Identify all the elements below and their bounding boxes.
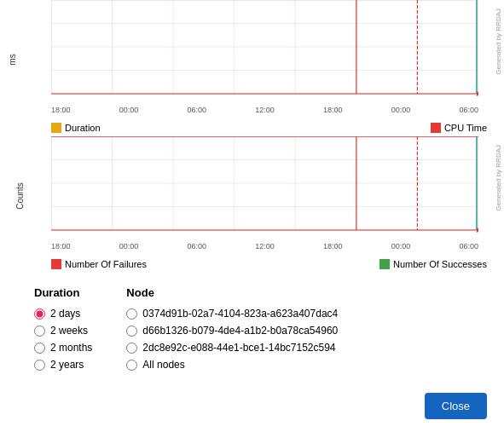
chart1-legend-duration: Duration (51, 123, 101, 133)
chart2-x-tick-4: 18:00 (323, 242, 343, 251)
duration-2weeks[interactable]: 2 weeks (34, 325, 92, 337)
chart2-inner: 2.0 1.0 0.0 18:00 00:00 06:00 12:00 18:0… (51, 136, 478, 239)
failures-legend-label: Number Of Failures (65, 259, 147, 269)
chart2-x-tick-5: 00:00 (391, 242, 411, 251)
node3-label: 2dc8e92c-e088-44e1-bce1-14bc7152c594 (142, 342, 335, 354)
chart2-svg: 2.0 1.0 0.0 (51, 136, 478, 239)
chart2-legend-failures: Number Of Failures (51, 259, 147, 269)
duration-2days-radio[interactable] (34, 308, 45, 320)
cpu-legend-label: CPU Time (444, 123, 487, 133)
duration-2years-label: 2 years (50, 359, 84, 371)
chart1-container: ms Generated by RRDAJ (0, 0, 504, 119)
node-item-allnodes[interactable]: All nodes (126, 359, 338, 371)
duration-2days-label: 2 days (50, 308, 80, 320)
chart1-y-label: ms (8, 54, 17, 65)
chart1-x-tick-2: 06:00 (187, 106, 206, 114)
duration-2months[interactable]: 2 months (34, 342, 92, 354)
controls-section: Duration 2 days 2 weeks 2 months 2 years… (0, 273, 504, 379)
node-item-0[interactable]: 0374d91b-02a7-4104-823a-a623a407dac4 (126, 308, 338, 320)
node-item-2[interactable]: 2dc8e92c-e088-44e1-bce1-14bc7152c594 (126, 342, 338, 354)
successes-legend-label: Number Of Successes (393, 259, 487, 269)
chart1-x-tick-6: 06:00 (459, 106, 478, 114)
cpu-legend-icon (431, 123, 441, 133)
duration-legend-label: Duration (65, 123, 101, 133)
chart1-x-tick-5: 00:00 (391, 106, 411, 114)
chart2-x-tick-6: 06:00 (459, 242, 478, 251)
main-container: ms Generated by RRDAJ (0, 0, 504, 428)
duration-group: Duration 2 days 2 weeks 2 months 2 years (34, 286, 92, 371)
duration-2years[interactable]: 2 years (34, 359, 92, 371)
chart2-x-tick-1: 00:00 (119, 242, 139, 251)
node-title: Node (126, 286, 338, 299)
duration-title: Duration (34, 286, 92, 299)
chart1-x-tick-0: 18:00 (51, 106, 71, 114)
chart1-x-tick-4: 18:00 (323, 106, 343, 114)
close-btn-row: Close (0, 379, 504, 428)
chart2-container: Counts Generated by RRDAJ (0, 136, 504, 256)
chart2-y-label: Counts (15, 182, 25, 210)
node2-radio[interactable] (126, 325, 137, 337)
chart2-x-tick-0: 18:00 (51, 242, 71, 251)
duration-2weeks-radio[interactable] (34, 325, 45, 337)
chart2-legend-successes: Number Of Successes (379, 259, 487, 269)
allnodes-label: All nodes (142, 359, 184, 371)
duration-2months-radio[interactable] (34, 343, 45, 354)
allnodes-radio[interactable] (126, 360, 137, 371)
svg-marker-21 (477, 91, 478, 96)
chart2-legend: Number Of Failures Number Of Successes (0, 256, 504, 273)
chart1-x-tick-3: 12:00 (255, 106, 275, 114)
failures-legend-icon (51, 259, 61, 269)
chart2-generated-label: Generated by RRDAJ (495, 145, 502, 210)
node2-label: d66b1326-b079-4de4-a1b2-b0a78ca54960 (142, 325, 338, 337)
chart1-inner: 200 100 0 18:00 00:00 06:00 12:00 18:00 … (51, 0, 478, 102)
chart2-x-labels: 18:00 00:00 06:00 12:00 18:00 00:00 06:0… (51, 242, 478, 251)
svg-marker-44 (477, 228, 478, 233)
chart1-generated-label: Generated by RRDAJ (495, 9, 502, 74)
chart1-svg: 200 100 0 (51, 0, 478, 102)
chart2-x-tick-2: 06:00 (187, 242, 206, 251)
chart2-x-tick-3: 12:00 (255, 242, 275, 251)
chart1-legend-cpu: CPU Time (431, 123, 487, 133)
chart1-x-labels: 18:00 00:00 06:00 12:00 18:00 00:00 06:0… (51, 106, 478, 114)
duration-2months-label: 2 months (50, 342, 92, 354)
node1-radio[interactable] (126, 308, 137, 320)
node-item-1[interactable]: d66b1326-b079-4de4-a1b2-b0a78ca54960 (126, 325, 338, 337)
node1-label: 0374d91b-02a7-4104-823a-a623a407dac4 (142, 308, 338, 320)
duration-legend-icon (51, 123, 61, 133)
close-button[interactable]: Close (425, 393, 487, 419)
node-group: Node 0374d91b-02a7-4104-823a-a623a407dac… (126, 286, 338, 371)
duration-2years-radio[interactable] (34, 360, 45, 371)
chart1-legend: Duration CPU Time (0, 119, 504, 136)
duration-2weeks-label: 2 weeks (50, 325, 88, 337)
chart1-x-tick-1: 00:00 (119, 106, 139, 114)
node3-radio[interactable] (126, 343, 137, 354)
duration-2days[interactable]: 2 days (34, 308, 92, 320)
successes-legend-icon (379, 259, 390, 269)
